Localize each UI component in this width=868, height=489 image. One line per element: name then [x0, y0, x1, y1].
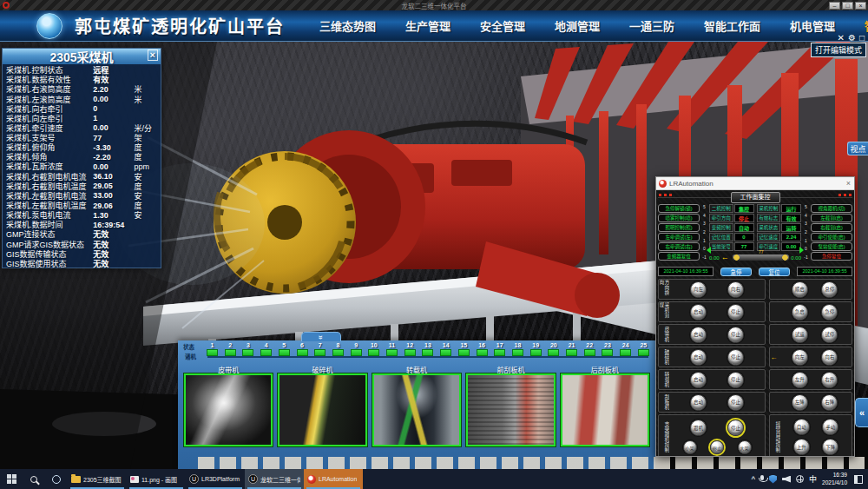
- tools-icon[interactable]: ✕: [838, 33, 845, 43]
- control-button-right[interactable]: 泵站使能(启): [811, 242, 852, 251]
- security-shield-icon[interactable]: [769, 475, 777, 484]
- channel-cell[interactable]: 16: [474, 342, 490, 361]
- workface-control-tab[interactable]: 工作面集控: [731, 192, 780, 203]
- network-icon[interactable]: [796, 475, 804, 483]
- nav-menu-item[interactable]: 三维态势图: [319, 17, 376, 34]
- ime-indicator[interactable]: 中: [809, 473, 817, 485]
- lrautomation-close-icon[interactable]: ×: [846, 179, 851, 188]
- channel-cell[interactable]: 5: [276, 342, 293, 361]
- taskbar-task[interactable]: 2305三维截图: [68, 469, 127, 489]
- control-button-left[interactable]: 左牵调试(左): [658, 233, 700, 241]
- round-control-button[interactable]: 停止: [710, 440, 724, 454]
- channel-cell[interactable]: 19: [528, 342, 544, 361]
- control-button-left[interactable]: 喷雾控制(喷): [658, 214, 700, 222]
- taskbar-task[interactable]: 11.png - 画图: [127, 469, 186, 489]
- thumbnail-strip[interactable]: [198, 457, 865, 469]
- round-control-button[interactable]: 启动: [690, 349, 707, 366]
- channel-cell[interactable]: 23: [599, 342, 615, 361]
- channel-cell[interactable]: 10: [365, 342, 382, 361]
- round-control-button[interactable]: 停止: [727, 349, 744, 366]
- nav-menu-item[interactable]: 智能管控: [865, 17, 868, 34]
- round-control-button[interactable]: 启动: [690, 394, 707, 411]
- microphone-icon[interactable]: [760, 475, 764, 480]
- tray-expand-icon[interactable]: ^: [751, 475, 755, 483]
- collapse-strip-tab[interactable]: «: [301, 332, 341, 341]
- channel-cell[interactable]: 24: [617, 342, 634, 361]
- channel-cell[interactable]: 20: [545, 342, 562, 361]
- panel-close-icon[interactable]: ×: [148, 50, 158, 61]
- round-control-button[interactable]: 停止: [727, 394, 744, 411]
- camera-video-feed[interactable]: [372, 373, 461, 446]
- round-control-button[interactable]: 启动: [690, 327, 707, 343]
- maximize-button[interactable]: □: [842, 2, 853, 10]
- taskbar-task[interactable]: 龙软二三维一体化...: [245, 469, 304, 489]
- taskbar-task[interactable]: LR3DPlatform - U...: [186, 469, 245, 489]
- camera-video-feed[interactable]: [561, 373, 649, 446]
- control-button-left[interactable]: 右牵调试(右): [658, 242, 700, 251]
- channel-cell[interactable]: 8: [330, 342, 346, 361]
- nav-menu-item[interactable]: 生产管理: [405, 17, 450, 34]
- taskbar-search-button[interactable]: [23, 469, 45, 489]
- channel-cell[interactable]: 15: [456, 342, 472, 361]
- control-button-right[interactable]: 视角跟机(切): [811, 204, 852, 213]
- nav-menu-item[interactable]: 安全管理: [480, 17, 525, 34]
- gear-icon[interactable]: ⚙: [848, 33, 856, 43]
- volume-icon[interactable]: [782, 476, 791, 483]
- round-control-button[interactable]: 下降: [822, 439, 838, 455]
- notification-center-icon[interactable]: [854, 475, 863, 484]
- round-control-button[interactable]: 上升: [793, 439, 810, 455]
- channel-cell[interactable]: 2: [222, 342, 239, 361]
- round-control-button[interactable]: 自动: [793, 419, 810, 435]
- round-control-button[interactable]: 手动: [822, 419, 838, 435]
- round-control-button[interactable]: 顺启: [792, 281, 808, 298]
- estop-button[interactable]: 急停: [720, 268, 752, 276]
- round-control-button[interactable]: 停止: [727, 372, 744, 388]
- open-edit-mode-button[interactable]: 打开编辑模式: [811, 43, 866, 57]
- round-control-button[interactable]: 试停: [821, 327, 838, 343]
- channel-cell[interactable]: 13: [419, 342, 436, 361]
- control-button-left[interactable]: 照明控制(照): [658, 223, 700, 232]
- channel-cell[interactable]: 18: [510, 342, 526, 361]
- round-control-button[interactable]: 向左: [690, 281, 707, 298]
- control-button-left[interactable]: 变频器复位: [658, 252, 700, 261]
- round-control-button[interactable]: 小架: [683, 440, 697, 454]
- camera-video-feed[interactable]: [466, 373, 555, 446]
- close-button[interactable]: ×: [855, 2, 866, 10]
- channel-cell[interactable]: 14: [437, 342, 454, 361]
- round-control-button[interactable]: 急停: [821, 304, 838, 320]
- camera-video-feed[interactable]: [184, 373, 273, 446]
- restore-window-icon[interactable]: □: [859, 33, 865, 43]
- channel-cell[interactable]: 25: [635, 342, 652, 361]
- taskbar-task[interactable]: LRAutomation: [304, 469, 363, 489]
- collapse-panel-button[interactable]: «: [855, 398, 868, 427]
- round-control-button[interactable]: 右升: [821, 372, 838, 388]
- control-button-right[interactable]: 右截割(启): [811, 223, 852, 232]
- channel-cell[interactable]: 21: [563, 342, 580, 361]
- channel-cell[interactable]: 17: [491, 342, 508, 361]
- round-control-button[interactable]: 试运: [792, 327, 808, 343]
- round-control-button[interactable]: 大架: [738, 440, 752, 454]
- control-button-left[interactable]: 急停解锁(锁): [658, 204, 700, 213]
- round-control-button[interactable]: 向左: [792, 349, 808, 366]
- channel-cell[interactable]: 3: [240, 342, 256, 361]
- taskbar-clock[interactable]: 16:39 2021/4/10: [822, 472, 847, 487]
- nav-menu-item[interactable]: 机电管理: [790, 17, 835, 34]
- round-control-button[interactable]: 总停: [821, 281, 838, 298]
- round-control-button[interactable]: 急启: [792, 304, 808, 320]
- round-control-button[interactable]: 启动: [690, 304, 707, 320]
- round-control-button[interactable]: 启动: [690, 372, 707, 388]
- channel-cell[interactable]: 22: [582, 342, 598, 361]
- viewpoint-tab[interactable]: 视点: [847, 142, 868, 155]
- round-control-button[interactable]: 向右: [821, 349, 838, 366]
- minimize-button[interactable]: –: [829, 2, 840, 10]
- nav-menu-item[interactable]: 地测管理: [555, 17, 600, 34]
- round-control-button[interactable]: 右降: [821, 394, 838, 411]
- channel-cell[interactable]: 11: [384, 342, 400, 361]
- control-button-right[interactable]: 牵引使能(启): [811, 233, 852, 241]
- channel-cell[interactable]: 7: [312, 342, 328, 361]
- round-control-button[interactable]: 停止: [727, 420, 744, 436]
- round-control-button[interactable]: 跟机: [690, 420, 707, 436]
- round-control-button[interactable]: 左降: [792, 394, 808, 411]
- cortana-button[interactable]: [45, 469, 68, 489]
- channel-cell[interactable]: 6: [294, 342, 311, 361]
